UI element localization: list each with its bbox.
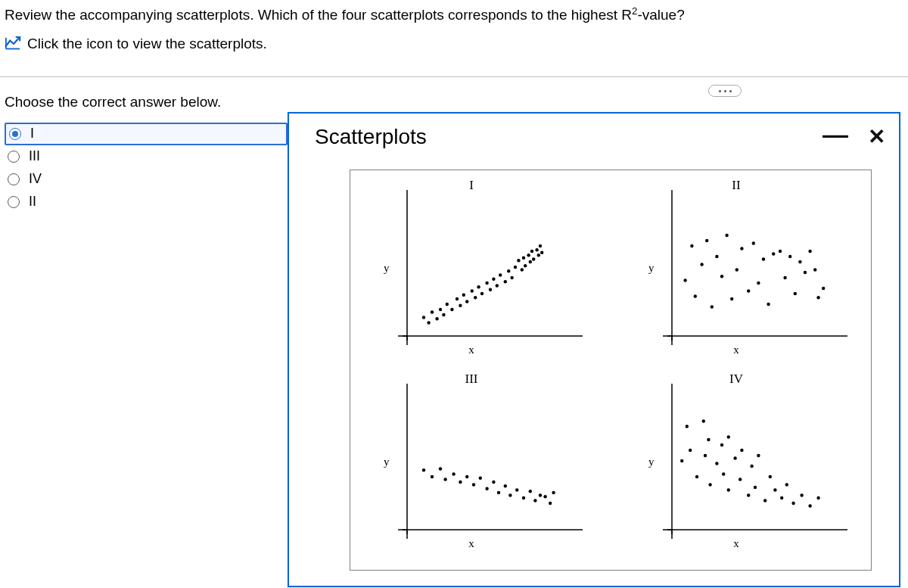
svg-point-70	[813, 268, 816, 271]
svg-point-79	[439, 467, 442, 470]
svg-point-54	[730, 297, 733, 300]
svg-point-31	[522, 257, 525, 260]
svg-point-5	[427, 321, 430, 324]
svg-point-68	[804, 271, 807, 274]
chart-line-icon[interactable]	[5, 36, 21, 51]
y-axis-label: y	[648, 367, 655, 556]
answer-option[interactable]: IV	[5, 168, 288, 191]
svg-point-8	[439, 308, 442, 311]
svg-point-53	[725, 234, 728, 237]
svg-point-60	[762, 257, 765, 260]
svg-point-28	[514, 266, 517, 269]
svg-point-52	[720, 275, 723, 278]
svg-point-113	[722, 472, 725, 475]
svg-point-98	[552, 491, 555, 494]
divider	[0, 76, 908, 77]
more-options-button[interactable]	[708, 85, 742, 97]
plot-title: II	[623, 178, 850, 193]
svg-point-18	[477, 285, 480, 288]
svg-point-46	[690, 244, 693, 247]
svg-point-26	[507, 269, 510, 272]
answer-option[interactable]: III	[5, 145, 288, 168]
answer-option[interactable]: I	[5, 123, 288, 145]
svg-point-36	[532, 257, 535, 260]
minimize-button[interactable]: —	[822, 121, 848, 147]
svg-point-47	[694, 294, 697, 297]
svg-point-119	[747, 493, 750, 496]
svg-point-19	[480, 292, 484, 295]
radio-icon	[8, 173, 20, 185]
svg-point-56	[740, 247, 743, 250]
svg-point-97	[549, 502, 552, 505]
svg-point-124	[769, 475, 772, 478]
option-label: II	[29, 194, 36, 210]
scatterplot-4: IV y x	[623, 367, 850, 556]
svg-point-87	[492, 481, 495, 484]
svg-point-9	[442, 313, 445, 316]
x-axis-label: x	[358, 537, 585, 550]
svg-point-67	[798, 260, 801, 263]
svg-point-39	[539, 244, 542, 247]
radio-icon	[8, 151, 20, 163]
svg-point-83	[465, 475, 468, 478]
svg-point-93	[529, 490, 532, 493]
svg-point-37	[535, 248, 538, 251]
svg-point-63	[779, 250, 782, 253]
svg-point-85	[479, 477, 482, 480]
svg-point-88	[497, 491, 500, 494]
svg-point-38	[537, 254, 540, 257]
svg-point-86	[485, 487, 488, 490]
svg-point-115	[727, 488, 730, 491]
svg-point-89	[504, 484, 507, 487]
answer-options: IIIIIVII	[5, 123, 288, 213]
svg-point-72	[822, 287, 825, 290]
svg-point-80	[443, 478, 446, 481]
view-scatterplots-link[interactable]: Click the icon to view the scatterplots.	[27, 36, 267, 52]
option-label: IV	[29, 171, 42, 187]
svg-point-120	[750, 465, 753, 468]
scatterplot-1: I y x	[358, 173, 585, 362]
svg-point-81	[452, 472, 455, 475]
svg-point-25	[504, 280, 507, 283]
svg-point-65	[788, 255, 791, 258]
svg-point-127	[785, 483, 788, 486]
svg-point-14	[462, 294, 465, 297]
svg-point-34	[529, 260, 532, 263]
svg-point-128	[791, 502, 794, 505]
close-button[interactable]: ✕	[868, 126, 885, 148]
radio-icon	[8, 196, 20, 208]
question-text: Review the accompanying scatterplots. Wh…	[5, 5, 900, 25]
svg-point-11	[450, 308, 453, 311]
svg-point-103	[680, 459, 683, 462]
y-axis-label: y	[384, 367, 390, 556]
svg-point-16	[471, 289, 474, 292]
svg-point-13	[459, 304, 462, 307]
svg-point-104	[686, 425, 689, 428]
svg-point-111	[715, 462, 718, 465]
svg-point-95	[539, 493, 542, 496]
y-axis-label: y	[384, 173, 390, 362]
svg-point-12	[456, 297, 459, 300]
svg-point-82	[459, 481, 462, 484]
svg-point-125	[773, 488, 776, 491]
svg-point-61	[767, 303, 770, 306]
answer-option[interactable]: II	[5, 191, 288, 213]
svg-point-114	[727, 435, 730, 438]
choose-prompt: Choose the correct answer below.	[5, 94, 288, 110]
svg-point-20	[485, 282, 488, 285]
svg-point-112	[720, 443, 723, 446]
y-axis-label: y	[648, 173, 655, 362]
svg-point-106	[695, 475, 698, 478]
svg-point-50	[711, 305, 714, 308]
svg-point-126	[780, 496, 783, 499]
svg-point-4	[422, 316, 425, 319]
plot-title: III	[358, 372, 585, 387]
svg-point-57	[747, 289, 750, 292]
plot-title: I	[358, 178, 585, 193]
svg-point-7	[435, 317, 438, 320]
svg-point-55	[735, 268, 739, 271]
option-label: I	[30, 126, 34, 142]
x-axis-label: x	[358, 344, 585, 356]
svg-point-130	[808, 504, 811, 507]
svg-point-21	[489, 288, 492, 291]
